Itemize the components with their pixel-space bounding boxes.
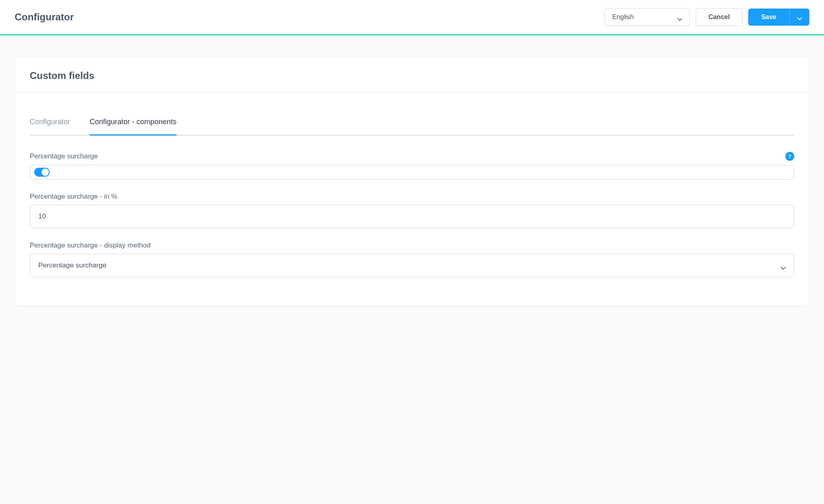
chevron-down-icon [797,15,802,19]
card-title: Custom fields [30,70,794,81]
toggle-knob [42,169,49,176]
label-row: Percentage surcharge - in % [30,193,794,201]
save-button-group: Save [748,9,809,26]
help-icon[interactable]: ? [785,152,794,161]
page-title: Configurator [15,11,74,23]
label-row: Percentage surcharge ? [30,152,794,161]
field-display-method: Percentage surcharge - display method Pe… [30,241,794,277]
toggle-container [30,165,794,180]
display-method-select[interactable]: Percentage surcharge [30,254,794,277]
top-actions: English Cancel Save [604,8,809,26]
percentage-surcharge-toggle[interactable] [34,168,50,177]
display-method-label: Percentage surcharge - display method [30,241,151,250]
save-button[interactable]: Save [748,9,789,26]
field-percentage-value: Percentage surcharge - in % [30,193,794,228]
chevron-down-icon [781,264,786,267]
language-value: English [612,13,633,21]
field-percentage-surcharge: Percentage surcharge ? [30,152,794,180]
percentage-surcharge-label: Percentage surcharge [30,152,98,160]
save-dropdown-button[interactable] [789,9,809,26]
card-header: Custom fields [15,57,809,93]
top-bar: Configurator English Cancel Save [0,0,824,35]
language-select[interactable]: English [604,8,690,26]
label-row: Percentage surcharge - display method [30,241,794,250]
percentage-value-label: Percentage surcharge - in % [30,193,117,201]
card-body: Configurator Configurator - components P… [15,93,809,306]
content: Custom fields Configurator Configurator … [0,35,824,327]
tab-configurator-components[interactable]: Configurator - components [90,118,176,136]
chevron-down-icon [677,15,682,19]
tab-configurator[interactable]: Configurator [30,118,70,136]
custom-fields-card: Custom fields Configurator Configurator … [15,57,809,306]
percentage-value-input[interactable] [30,205,794,228]
display-method-value: Percentage surcharge [38,261,106,270]
cancel-button[interactable]: Cancel [696,8,742,26]
tabs: Configurator Configurator - components [30,106,794,136]
